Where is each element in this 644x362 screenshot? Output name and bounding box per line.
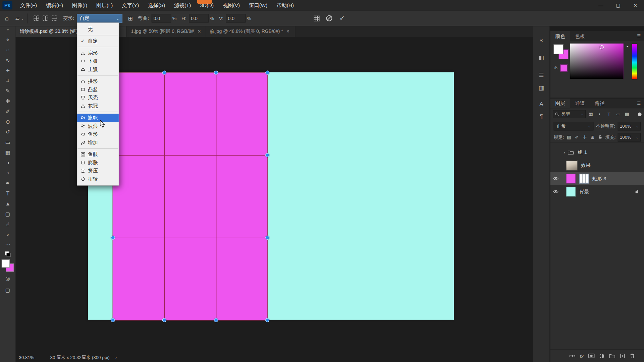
pen-tool[interactable]: ✒ [2,178,14,188]
tab-color[interactable]: 颜色 [550,31,570,41]
foreground-color-swatch[interactable] [2,259,10,267]
shape-tool[interactable]: ▢ [2,209,14,219]
warp-option-arch[interactable]: 拱形 [77,77,119,85]
tab-paths[interactable]: 路径 [590,99,609,108]
color-picker-cursor[interactable] [600,45,604,49]
warp-option-arc-lower[interactable]: 下弧 [77,57,119,65]
commit-transform-icon[interactable]: ✓ [339,14,345,22]
warp-style-select[interactable]: 自定 ⌄ [76,14,122,23]
adjustment-layer-icon[interactable] [599,353,604,359]
filter-adjustment-layers-icon[interactable]: ◐ [596,110,604,118]
close-button[interactable]: ✕ [627,0,644,11]
warp-option-inflate[interactable]: 膨胀 [77,159,119,167]
h-input[interactable] [189,14,209,23]
warp-control-point[interactable] [214,318,218,322]
tool-preset-button[interactable]: ▱ ⌄ [15,15,24,21]
marquee-tool[interactable]: ◌ [2,45,14,55]
gamut-color-chip[interactable] [560,64,568,72]
hand-tool[interactable]: ☝ [2,219,14,230]
warp-option-flag-highlighted[interactable]: 旗帜 [77,114,119,122]
warp-option-flower[interactable]: 花冠 [77,102,119,110]
warp-option-wave[interactable]: 波浪 [77,122,119,130]
opacity-field[interactable]: 100% ⌄ [618,122,641,130]
layer-row-background[interactable]: 背景 [550,185,644,198]
layer-filter-toggle[interactable] [638,112,642,116]
visibility-toggle[interactable] [550,190,561,194]
saturation-brightness-box[interactable] [570,44,624,79]
gamut-warning-icon[interactable]: ⚠ [554,65,558,70]
menu-type[interactable]: 文字(Y) [117,0,144,11]
layer-filter-type-select[interactable]: 类型 ⌄ [553,110,586,118]
layer-row-group[interactable]: › 组 1 [550,146,644,159]
warp-grid-density-icon[interactable]: ⊞ [128,15,133,22]
split-warp-horizontal-icon[interactable] [51,14,58,22]
zoom-tool[interactable]: ⌕ [2,229,14,240]
filter-shape-layers-icon[interactable]: ▱ [614,110,622,118]
delete-layer-icon[interactable] [630,353,635,359]
toolbar-collapse-icon[interactable]: » [7,27,9,32]
warp-control-point[interactable] [162,71,166,75]
tab-channels[interactable]: 通道 [570,99,590,108]
new-group-icon[interactable] [609,353,615,358]
default-colors-icon[interactable] [5,251,11,257]
warp-transform-shape[interactable] [113,73,267,320]
split-warp-cross-icon[interactable] [33,14,40,22]
warp-option-fisheye[interactable]: 鱼眼 [77,150,119,158]
gradient-tool[interactable]: ▦ [2,147,14,158]
warp-option-squeeze[interactable]: 挤压 [77,167,119,175]
layer-row-effects[interactable]: 效果 [550,159,644,172]
edit-toolbar-icon[interactable]: ⋯ [5,241,10,249]
v-input[interactable] [226,14,246,23]
document-tab[interactable]: 前.jpg @ 48.8% (图层 0, RGB/8#) * × [205,26,295,37]
character-panel-icon[interactable]: A [536,98,547,110]
brush-tool[interactable]: ✐ [2,106,14,117]
group-expand-icon[interactable]: › [561,150,568,155]
quick-selection-tool[interactable]: ✦ [2,65,14,76]
history-brush-tool[interactable]: ↺ [2,127,14,137]
warp-control-point[interactable] [265,236,269,240]
filter-pixel-layers-icon[interactable]: ▦ [587,110,595,118]
warp-control-point[interactable] [162,318,166,322]
menu-3d[interactable]: 3D(D) [196,0,218,11]
tab-layers[interactable]: 图层 [550,99,570,108]
layer-style-icon[interactable]: fx [580,353,583,358]
lock-position-icon[interactable]: ✛ [582,134,587,140]
screen-mode-icon[interactable]: ▢ [2,285,14,295]
clone-stamp-tool[interactable]: ⊙ [2,117,14,127]
fill-field[interactable]: 100% ⌄ [618,133,641,141]
type-tool[interactable]: T [2,188,14,199]
warp-option-bulge[interactable]: 凸起 [77,85,119,94]
lock-all-icon[interactable] [597,134,603,140]
cancel-transform-icon[interactable] [326,15,333,22]
tab-swatches[interactable]: 色板 [570,31,590,41]
lasso-tool[interactable]: ∿ [2,55,14,65]
quick-mask-icon[interactable]: ◎ [2,274,14,283]
foreground-color-swatch[interactable] [554,44,564,54]
status-options-icon[interactable]: › [115,355,117,360]
menu-edit[interactable]: 编辑(E) [42,0,68,11]
hue-slider[interactable] [632,44,637,80]
layer-row-selected[interactable]: 矩形 3 [550,172,644,185]
tab-close-icon[interactable]: × [286,28,289,34]
blur-tool[interactable]: ◑ [2,158,14,168]
eyedropper-tool[interactable]: ✎ [2,86,14,96]
visibility-toggle[interactable] [550,177,561,181]
toggle-warp-mode-icon[interactable] [314,15,320,22]
move-tool[interactable]: ⌖ [2,35,14,45]
layer-thumbnail[interactable] [566,174,576,183]
document-tab[interactable]: 1.jpg @ 50% (图层 0, RGB/8#) * × [127,26,205,37]
path-select-tool[interactable]: ▲ [2,199,14,209]
warp-option-shell[interactable]: 贝壳 [77,94,119,102]
collapse-panels-icon[interactable]: « [536,34,547,46]
home-icon[interactable]: ⌂ [5,14,9,22]
menu-file[interactable]: 文件(F) [16,0,42,11]
layer-thumbnail[interactable] [566,161,577,170]
warp-option-fish[interactable]: 鱼形 [77,130,119,138]
menu-select[interactable]: 选择(S) [144,0,170,11]
menu-filter[interactable]: 滤镜(T) [170,0,196,11]
libraries-panel-icon[interactable]: ▥ [536,82,547,94]
minimize-button[interactable]: — [592,0,609,11]
warp-option-rise[interactable]: 增加 [77,138,119,146]
lock-transparency-icon[interactable]: ▨ [566,134,572,140]
add-mask-icon[interactable] [588,353,595,358]
